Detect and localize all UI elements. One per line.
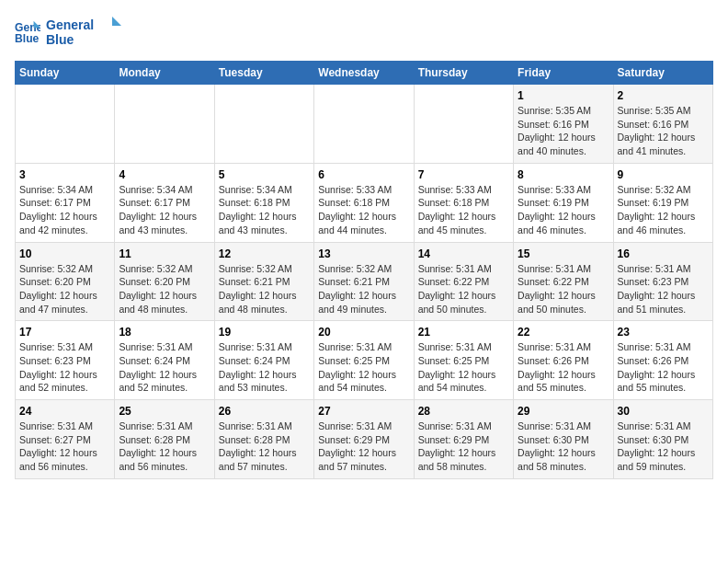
day-info: Sunrise: 5:32 AM Sunset: 6:20 PM Dayligh… [119,262,210,316]
day-cell: 5Sunrise: 5:34 AM Sunset: 6:18 PM Daylig… [214,163,313,242]
day-info: Sunrise: 5:31 AM Sunset: 6:30 PM Dayligh… [618,419,709,474]
day-cell: 6Sunrise: 5:33 AM Sunset: 6:18 PM Daylig… [314,163,414,242]
logo-svg: General Blue [46,15,129,50]
day-cell: 13Sunrise: 5:32 AM Sunset: 6:21 PM Dayli… [314,242,414,321]
day-cell: 17Sunrise: 5:31 AM Sunset: 6:23 PM Dayli… [16,321,115,400]
day-number: 10 [19,247,110,260]
day-cell: 28Sunrise: 5:31 AM Sunset: 6:29 PM Dayli… [414,400,513,479]
day-info: Sunrise: 5:35 AM Sunset: 6:16 PM Dayligh… [618,104,709,158]
day-number: 16 [618,247,709,260]
day-cell: 26Sunrise: 5:31 AM Sunset: 6:28 PM Dayli… [214,400,313,479]
day-cell: 14Sunrise: 5:31 AM Sunset: 6:22 PM Dayli… [414,242,513,321]
day-cell: 10Sunrise: 5:32 AM Sunset: 6:20 PM Dayli… [16,242,115,321]
day-cell: 8Sunrise: 5:33 AM Sunset: 6:19 PM Daylig… [514,163,613,242]
day-number: 13 [318,247,409,260]
day-info: Sunrise: 5:31 AM Sunset: 6:23 PM Dayligh… [19,340,110,395]
day-number: 2 [618,89,709,102]
day-info: Sunrise: 5:32 AM Sunset: 6:20 PM Dayligh… [19,262,110,316]
day-cell [214,85,313,164]
day-cell: 15Sunrise: 5:31 AM Sunset: 6:22 PM Dayli… [514,242,613,321]
day-info: Sunrise: 5:31 AM Sunset: 6:24 PM Dayligh… [219,340,310,395]
day-cell: 16Sunrise: 5:31 AM Sunset: 6:23 PM Dayli… [613,242,712,321]
calendar-table: SundayMondayTuesdayWednesdayThursdayFrid… [15,61,713,479]
day-number: 17 [19,326,110,339]
day-info: Sunrise: 5:31 AM Sunset: 6:24 PM Dayligh… [119,340,210,395]
day-info: Sunrise: 5:31 AM Sunset: 6:29 PM Dayligh… [318,419,409,474]
day-cell: 22Sunrise: 5:31 AM Sunset: 6:26 PM Dayli… [514,321,613,400]
header: General Blue General Blue [15,15,713,50]
svg-text:General: General [46,17,94,32]
day-number: 26 [219,405,310,418]
day-number: 19 [219,326,310,339]
week-row-1: 1Sunrise: 5:35 AM Sunset: 6:16 PM Daylig… [16,85,713,164]
week-row-2: 3Sunrise: 5:34 AM Sunset: 6:17 PM Daylig… [16,163,713,242]
svg-text:Blue: Blue [46,32,74,47]
day-cell: 4Sunrise: 5:34 AM Sunset: 6:17 PM Daylig… [115,163,214,242]
day-cell: 9Sunrise: 5:32 AM Sunset: 6:19 PM Daylig… [613,163,712,242]
day-number: 24 [19,405,110,418]
week-row-5: 24Sunrise: 5:31 AM Sunset: 6:27 PM Dayli… [16,400,713,479]
weekday-header-thursday: Thursday [414,62,513,85]
day-info: Sunrise: 5:33 AM Sunset: 6:19 PM Dayligh… [518,183,609,237]
day-info: Sunrise: 5:34 AM Sunset: 6:18 PM Dayligh… [219,183,310,237]
day-cell: 3Sunrise: 5:34 AM Sunset: 6:17 PM Daylig… [16,163,115,242]
day-info: Sunrise: 5:31 AM Sunset: 6:25 PM Dayligh… [318,340,409,395]
day-number: 28 [418,405,509,418]
day-cell: 29Sunrise: 5:31 AM Sunset: 6:30 PM Dayli… [514,400,613,479]
day-cell [16,85,115,164]
day-info: Sunrise: 5:33 AM Sunset: 6:18 PM Dayligh… [418,183,509,237]
day-number: 1 [518,89,609,102]
day-info: Sunrise: 5:31 AM Sunset: 6:23 PM Dayligh… [618,262,709,316]
day-cell: 19Sunrise: 5:31 AM Sunset: 6:24 PM Dayli… [214,321,313,400]
logo: General Blue General Blue [15,15,129,50]
day-cell: 23Sunrise: 5:31 AM Sunset: 6:26 PM Dayli… [613,321,712,400]
day-number: 6 [318,168,409,181]
day-number: 30 [618,405,709,418]
day-info: Sunrise: 5:31 AM Sunset: 6:25 PM Dayligh… [418,340,509,395]
day-info: Sunrise: 5:34 AM Sunset: 6:17 PM Dayligh… [119,183,210,237]
day-cell: 25Sunrise: 5:31 AM Sunset: 6:28 PM Dayli… [115,400,214,479]
logo-icon: General Blue [15,19,40,45]
day-number: 4 [119,168,210,181]
day-number: 22 [518,326,609,339]
day-cell: 27Sunrise: 5:31 AM Sunset: 6:29 PM Dayli… [314,400,414,479]
day-cell: 20Sunrise: 5:31 AM Sunset: 6:25 PM Dayli… [314,321,414,400]
svg-text:Blue: Blue [15,32,40,45]
weekday-header-monday: Monday [115,62,214,85]
day-info: Sunrise: 5:33 AM Sunset: 6:18 PM Dayligh… [318,183,409,237]
svg-marker-4 [112,17,121,26]
day-number: 8 [518,168,609,181]
day-info: Sunrise: 5:31 AM Sunset: 6:26 PM Dayligh… [618,340,709,395]
day-info: Sunrise: 5:32 AM Sunset: 6:21 PM Dayligh… [318,262,409,316]
weekday-header-tuesday: Tuesday [214,62,313,85]
day-info: Sunrise: 5:31 AM Sunset: 6:26 PM Dayligh… [518,340,609,395]
weekday-header-saturday: Saturday [613,62,712,85]
day-cell: 30Sunrise: 5:31 AM Sunset: 6:30 PM Dayli… [613,400,712,479]
day-info: Sunrise: 5:31 AM Sunset: 6:22 PM Dayligh… [518,262,609,316]
day-number: 18 [119,326,210,339]
day-number: 12 [219,247,310,260]
day-info: Sunrise: 5:31 AM Sunset: 6:29 PM Dayligh… [418,419,509,474]
weekday-header-wednesday: Wednesday [314,62,414,85]
day-number: 29 [518,405,609,418]
day-cell [314,85,414,164]
day-cell: 21Sunrise: 5:31 AM Sunset: 6:25 PM Dayli… [414,321,513,400]
day-cell [414,85,513,164]
weekday-header-friday: Friday [514,62,613,85]
day-info: Sunrise: 5:32 AM Sunset: 6:19 PM Dayligh… [618,183,709,237]
day-cell: 12Sunrise: 5:32 AM Sunset: 6:21 PM Dayli… [214,242,313,321]
weekday-header-sunday: Sunday [16,62,115,85]
week-row-3: 10Sunrise: 5:32 AM Sunset: 6:20 PM Dayli… [16,242,713,321]
day-info: Sunrise: 5:31 AM Sunset: 6:30 PM Dayligh… [518,419,609,474]
day-number: 23 [618,326,709,339]
day-cell: 24Sunrise: 5:31 AM Sunset: 6:27 PM Dayli… [16,400,115,479]
day-info: Sunrise: 5:31 AM Sunset: 6:27 PM Dayligh… [19,419,110,474]
week-row-4: 17Sunrise: 5:31 AM Sunset: 6:23 PM Dayli… [16,321,713,400]
day-number: 9 [618,168,709,181]
day-number: 20 [318,326,409,339]
day-info: Sunrise: 5:31 AM Sunset: 6:28 PM Dayligh… [219,419,310,474]
day-info: Sunrise: 5:35 AM Sunset: 6:16 PM Dayligh… [518,104,609,158]
day-number: 25 [119,405,210,418]
day-number: 11 [119,247,210,260]
day-cell: 7Sunrise: 5:33 AM Sunset: 6:18 PM Daylig… [414,163,513,242]
